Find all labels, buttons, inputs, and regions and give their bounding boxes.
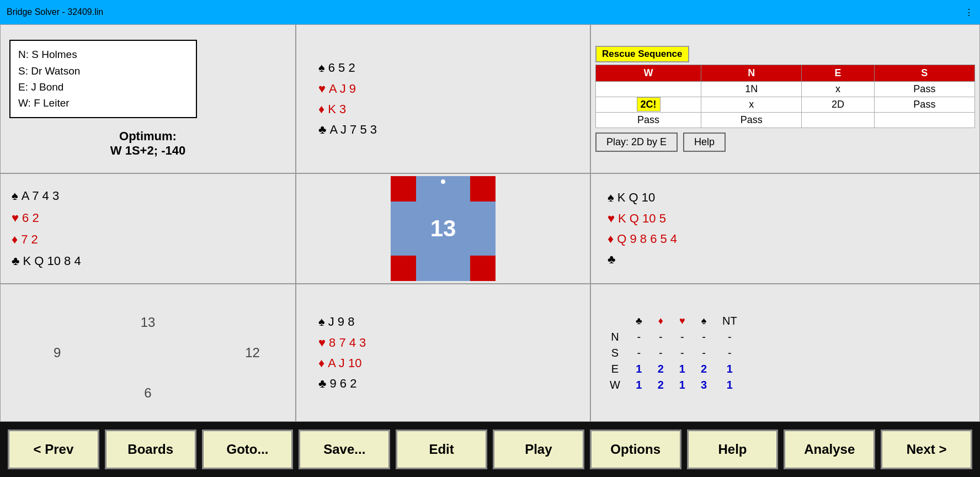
west-hand-cell: ♠ A 7 4 3 ♥ 6 2 ♦ 7 2 ♣ K Q 10 8 4 — [0, 173, 296, 284]
trick-display: 13 9 12 6 — [1, 284, 295, 421]
board-graphic-cell: 13 — [296, 173, 590, 284]
options-button[interactable]: Options — [590, 430, 681, 469]
goto-button[interactable]: Goto... — [202, 430, 294, 469]
dd-table-cell: ♣ ♦ ♥ ♠ NT N - - - - - S - — [590, 284, 980, 422]
west-hand: ♠ A 7 4 3 ♥ 6 2 ♦ 7 2 ♣ K Q 10 8 4 — [12, 186, 81, 272]
bid-row-2: 2C! x 2D Pass — [596, 97, 975, 113]
bidding-cell: Rescue Sequence W N E S 1N x — [590, 24, 980, 173]
optimum-display: Optimum: W 1S+2; -140 — [9, 129, 286, 158]
board-outer: 13 — [391, 176, 496, 281]
rescue-header: Rescue Sequence — [595, 46, 975, 62]
bid-col-n: N — [701, 65, 802, 82]
help-toolbar-button[interactable]: Help — [687, 430, 779, 469]
play-button[interactable]: Play: 2D by E — [595, 132, 678, 152]
save-button[interactable]: Save... — [299, 430, 390, 469]
menu-icon[interactable]: ⋮ — [965, 7, 973, 18]
boards-button[interactable]: Boards — [105, 430, 196, 469]
east-hand-cell: ♠ K Q 10 ♥ K Q 10 5 ♦ Q 9 8 6 5 4 ♣ — [590, 173, 980, 284]
trick-south: 6 — [144, 385, 151, 401]
south-spades: ♠ J 9 8 — [318, 311, 366, 332]
bid-row-3: Pass Pass — [596, 113, 975, 128]
player-south: S: Dr Watson — [18, 63, 188, 79]
west-diamonds: ♦ 7 2 — [12, 229, 81, 250]
east-spades: ♠ K Q 10 — [608, 187, 677, 208]
east-clubs: ♣ — [608, 249, 677, 269]
toolbar: < Prev Boards Goto... Save... Edit Play … — [0, 422, 980, 477]
dd-row-E: E 1 2 1 2 1 — [602, 361, 745, 377]
south-hearts: ♥ 8 7 4 3 — [318, 332, 366, 353]
north-clubs: ♣ A J 7 5 3 — [318, 119, 377, 140]
west-hearts: ♥ 6 2 — [12, 208, 81, 228]
south-hand-cell: ♠ J 9 8 ♥ 8 7 4 3 ♦ A J 10 ♣ 9 6 2 — [296, 284, 590, 422]
east-diamonds: ♦ Q 9 8 6 5 4 — [608, 229, 677, 249]
trick-west: 9 — [54, 345, 61, 361]
player-west: W: F Leiter — [18, 95, 188, 111]
south-clubs: ♣ 9 6 2 — [318, 373, 366, 394]
main-area: N: S Holmes S: Dr Watson E: J Bond W: F … — [0, 24, 980, 422]
bid-col-w: W — [596, 65, 701, 82]
south-hand: ♠ J 9 8 ♥ 8 7 4 3 ♦ A J 10 ♣ 9 6 2 — [318, 311, 366, 394]
help-button[interactable]: Help — [683, 132, 726, 152]
player-east: E: J Bond — [18, 79, 188, 95]
north-spades: ♠ 6 5 2 — [318, 57, 377, 78]
rescue-sequence-label: Rescue Sequence — [595, 46, 689, 62]
next-button[interactable]: Next > — [881, 430, 972, 469]
west-spades: ♠ A 7 4 3 — [12, 186, 81, 206]
south-diamonds: ♦ A J 10 — [318, 353, 366, 373]
dd-row-N: N - - - - - — [602, 329, 745, 345]
north-hand-cell: ♠ 6 5 2 ♥ A J 9 ♦ K 3 ♣ A J 7 5 3 — [296, 24, 590, 173]
bid-row-1: 1N x Pass — [596, 82, 975, 97]
board-number: 13 — [416, 202, 470, 256]
play-help-row: Play: 2D by E Help — [595, 132, 975, 152]
board-graphic: 13 — [391, 176, 496, 281]
dd-header: ♣ ♦ ♥ ♠ NT — [602, 313, 745, 329]
trick-north: 13 — [141, 315, 156, 330]
player-info-cell: N: S Holmes S: Dr Watson E: J Bond W: F … — [0, 24, 296, 173]
dd-row-S: S - - - - - — [602, 345, 745, 361]
dd-row-W: W 1 2 1 3 1 — [602, 377, 745, 393]
bid-col-s: S — [874, 65, 974, 82]
bid-col-e: E — [802, 65, 874, 82]
player-north: N: S Holmes — [18, 46, 188, 62]
dd-table: ♣ ♦ ♥ ♠ NT N - - - - - S - — [602, 313, 745, 393]
prev-button[interactable]: < Prev — [8, 430, 99, 469]
titlebar: Bridge Solver - 32409.lin ⋮ — [0, 0, 980, 24]
trick-counts-cell: 13 9 12 6 — [0, 284, 296, 422]
app-title: Bridge Solver - 32409.lin — [7, 7, 103, 17]
edit-button[interactable]: Edit — [396, 430, 487, 469]
bidding-table: W N E S 1N x Pass 2C! x — [595, 65, 975, 128]
north-hand: ♠ 6 5 2 ♥ A J 9 ♦ K 3 ♣ A J 7 5 3 — [318, 57, 377, 140]
west-clubs: ♣ K Q 10 8 4 — [12, 251, 81, 271]
north-diamonds: ♦ K 3 — [318, 99, 377, 119]
east-hearts: ♥ K Q 10 5 — [608, 208, 677, 229]
bidding-area: Rescue Sequence W N E S 1N x — [595, 46, 975, 152]
player-info-box: N: S Holmes S: Dr Watson E: J Bond W: F … — [9, 40, 197, 118]
east-hand: ♠ K Q 10 ♥ K Q 10 5 ♦ Q 9 8 6 5 4 ♣ — [608, 187, 677, 270]
bid-header-row: W N E S — [596, 65, 975, 82]
play-toolbar-button[interactable]: Play — [493, 430, 584, 469]
trick-east: 12 — [245, 345, 260, 361]
north-hearts: ♥ A J 9 — [318, 78, 377, 99]
analyse-button[interactable]: Analyse — [784, 430, 875, 469]
